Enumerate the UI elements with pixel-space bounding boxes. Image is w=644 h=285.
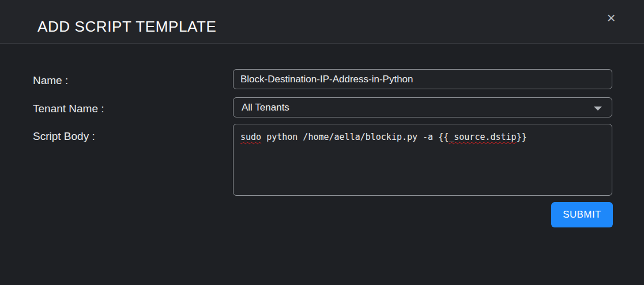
tenant-select[interactable]: All Tenants <box>233 97 612 117</box>
tenant-name-label: Tenant Name : <box>33 102 104 115</box>
dialog-header: ADD SCRIPT TEMPLATE × <box>0 0 644 44</box>
text-segment: }} <box>517 132 527 142</box>
script-body-text: sudo python /home/aella/blockip.py -a {{… <box>240 132 527 142</box>
page-title: ADD SCRIPT TEMPLATE <box>37 18 216 36</box>
tenant-select-value: All Tenants <box>242 102 289 113</box>
close-button[interactable]: × <box>601 8 621 28</box>
script-body-label: Script Body : <box>33 130 95 143</box>
add-script-template-dialog: ADD SCRIPT TEMPLATE × Name : Tenant Name… <box>0 0 644 285</box>
misspelled-segment: _source.dstip <box>449 132 516 142</box>
chevron-down-icon <box>594 107 602 111</box>
submit-button[interactable]: SUBMIT <box>551 202 613 227</box>
script-body-textarea[interactable]: sudo python /home/aella/blockip.py -a {{… <box>233 124 612 196</box>
text-segment: python /home/aella/blockip.py -a {{ <box>261 132 449 142</box>
name-input[interactable] <box>233 69 612 89</box>
name-label: Name : <box>33 74 68 87</box>
close-icon: × <box>607 9 615 26</box>
misspelled-segment: sudo <box>240 132 261 142</box>
